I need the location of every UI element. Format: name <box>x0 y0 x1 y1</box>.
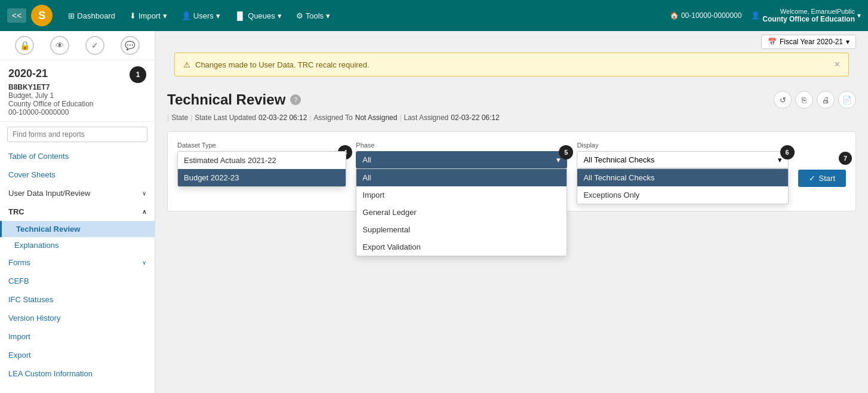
main-content: 📅 Fiscal Year 2020-21 ▾ ⚠ Changes made t… <box>155 31 868 393</box>
alert-icon: ⚠ <box>183 60 190 69</box>
sidebar-icon-row: 🔒 👁 ✓ 💬 <box>0 31 155 60</box>
sidebar-item-tech-review[interactable]: Technical Review <box>0 221 155 237</box>
users-dropdown-chevron: ▾ <box>216 11 220 20</box>
nav-dashboard[interactable]: ⊞ Dashboard <box>62 8 121 24</box>
trc-chevron: ∧ <box>142 208 146 215</box>
dataset-type-dropdown: Estimated Actuals 2021-22 Budget 2022-23 <box>177 151 346 187</box>
app-logo: S <box>31 5 53 26</box>
sidebar-item-version-history[interactable]: Version History <box>0 309 155 327</box>
dashboard-icon: ⊞ <box>68 11 75 20</box>
building-icon: 🏠 <box>670 11 679 20</box>
forms-chevron: ∨ <box>142 259 146 266</box>
queues-icon: ▐▌ <box>235 11 245 20</box>
dataset-type-select: 4 Estimated Actuals 2021-22 Budget 2022-… <box>177 151 346 187</box>
phase-option-export-validation[interactable]: Export Validation <box>356 238 567 256</box>
phase-option-all[interactable]: All <box>356 169 567 186</box>
sidebar-user-code: B8BKY1ET7 <box>8 83 146 91</box>
sidebar-user-badge: 1 <box>130 66 146 83</box>
nav-import[interactable]: ⬇ Import ▾ <box>124 8 173 24</box>
display-badge: 6 <box>780 145 795 159</box>
sidebar-item-trc[interactable]: TRC ∧ <box>0 202 155 221</box>
copy-button[interactable]: ⎘ <box>795 91 813 109</box>
tools-icon: ⚙ <box>296 11 303 20</box>
alert-text: Changes made to User Data. TRC recalc re… <box>195 60 370 69</box>
alert-banner: ⚠ Changes made to User Data. TRC recalc … <box>174 53 849 76</box>
save-button[interactable]: 📄 <box>838 91 856 109</box>
check-button[interactable]: ✓ <box>85 36 104 55</box>
start-button[interactable]: ✓ Start <box>798 170 846 187</box>
import-icon: ⬇ <box>130 11 136 20</box>
nav-users[interactable]: 👤 Users ▾ <box>176 8 226 24</box>
phase-group: Phase 5 All ▾ All Import <box>356 142 567 168</box>
sidebar-collapse-button[interactable]: << <box>7 8 26 23</box>
page-meta: | State | State Last Updated 02-03-22 06… <box>167 113 856 122</box>
phase-option-import[interactable]: Import <box>356 186 567 204</box>
calendar-icon: 📅 <box>768 38 777 46</box>
sidebar-user-type: Budget, July 1 <box>8 91 146 100</box>
sidebar-item-export[interactable]: Export <box>0 346 155 364</box>
content-area: Technical Review ? ↺ ⎘ 🖨 📄 | State | Sta… <box>155 81 868 221</box>
sidebar-user-org: County Office of Education <box>8 100 146 108</box>
fiscal-chevron: ▾ <box>846 38 849 46</box>
sidebar-user-info: 2020-21 1 B8BKY1ET7 Budget, July 1 Count… <box>0 60 155 122</box>
sidebar-nav: Table of Contents Cover Sheets User Data… <box>0 147 155 393</box>
user-dropdown-chevron: ▾ <box>857 11 861 20</box>
sidebar-item-cefb[interactable]: CEFB <box>0 272 155 290</box>
display-option-all-checks[interactable]: All Technical Checks <box>577 169 787 186</box>
lock-button[interactable]: 🔒 <box>15 36 34 55</box>
sidebar-item-ifc[interactable]: IFC Statuses <box>0 290 155 309</box>
fiscal-year-button[interactable]: 📅 Fiscal Year 2020-21 ▾ <box>761 35 856 49</box>
queues-dropdown-chevron: ▾ <box>278 11 282 20</box>
dropdown-item-estimated-actuals[interactable]: Estimated Actuals 2021-22 <box>178 152 346 169</box>
display-dropdown: All Technical Checks Exceptions Only <box>577 168 788 204</box>
sidebar-item-toc[interactable]: Table of Contents <box>0 147 155 165</box>
alert-close-button[interactable]: × <box>835 59 840 70</box>
page-actions: ↺ ⎘ 🖨 📄 <box>774 91 856 109</box>
start-btn-container: 7 ✓ Start <box>798 158 846 187</box>
sidebar-item-import[interactable]: Import <box>0 327 155 346</box>
checkmark-icon: ✓ <box>809 174 815 183</box>
user-menu[interactable]: 👤 Welcome, EmanuelPublic County Office o… <box>751 8 861 23</box>
phase-option-supplemental[interactable]: Supplemental <box>356 221 567 238</box>
eye-button[interactable]: 👁 <box>50 36 69 55</box>
org-info: 🏠 00-10000-0000000 <box>670 11 741 20</box>
nav-right: 🏠 00-10000-0000000 👤 Welcome, EmanuelPub… <box>670 8 861 23</box>
display-option-exceptions[interactable]: Exceptions Only <box>577 186 787 204</box>
page-header: Technical Review ? ↺ ⎘ 🖨 📄 <box>167 91 856 109</box>
user-data-chevron: ∨ <box>142 190 146 196</box>
users-icon: 👤 <box>181 11 191 20</box>
page-title: Technical Review <box>167 91 285 108</box>
sidebar-item-cover[interactable]: Cover Sheets <box>0 165 155 184</box>
sidebar-item-explanations[interactable]: Explanations <box>0 237 155 253</box>
refresh-button[interactable]: ↺ <box>774 91 792 109</box>
fiscal-bar: 📅 Fiscal Year 2020-21 ▾ <box>155 31 868 53</box>
sidebar-user-id: 00-10000-0000000 <box>8 108 146 116</box>
nav-tools[interactable]: ⚙ Tools ▾ <box>290 8 336 24</box>
start-badge: 7 <box>839 152 852 165</box>
sidebar-year: 2020-21 <box>8 67 48 80</box>
help-icon[interactable]: ? <box>290 94 301 105</box>
user-icon: 👤 <box>751 11 760 20</box>
print-button[interactable]: 🖨 <box>817 91 835 109</box>
state-last-updated-label: State Last Updated <box>195 113 256 122</box>
phase-option-general-ledger[interactable]: General Ledger <box>356 204 567 221</box>
last-assigned-label: Last Assigned <box>404 113 449 122</box>
sidebar-item-user-data[interactable]: User Data Input/Review ∨ <box>0 184 155 202</box>
nav-queues[interactable]: ▐▌ Queues ▾ <box>229 8 288 24</box>
import-dropdown-chevron: ▾ <box>163 11 167 20</box>
phase-label: Phase <box>356 142 567 149</box>
phase-select-button[interactable]: All ▾ <box>356 151 567 168</box>
dropdown-item-budget-2022[interactable]: Budget 2022-23 <box>178 169 346 186</box>
sidebar-item-lea[interactable]: LEA Custom Information <box>0 364 155 383</box>
dataset-type-label: Dataset Type <box>177 142 346 149</box>
last-assigned-value: 02-03-22 06:12 <box>451 113 499 122</box>
display-select-button[interactable]: All Technical Checks ▾ <box>577 151 788 168</box>
sidebar-search-container <box>7 127 147 142</box>
phase-dropdown: All Import General Ledger Supplemental <box>356 168 567 256</box>
search-input[interactable] <box>7 127 147 142</box>
chat-button[interactable]: 💬 <box>121 36 140 55</box>
sidebar-item-forms[interactable]: Forms ∨ <box>0 253 155 272</box>
assigned-to-label: Assigned To <box>314 113 353 122</box>
filter-row: Dataset Type 4 Estimated Actuals 2021-22… <box>177 142 846 187</box>
tools-dropdown-chevron: ▾ <box>326 11 330 20</box>
